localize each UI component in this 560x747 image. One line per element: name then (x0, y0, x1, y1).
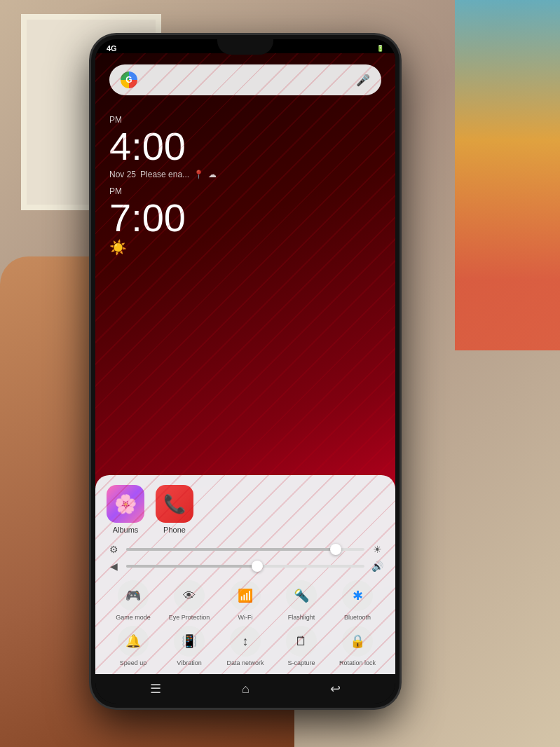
quick-panel: 🌸 Albums 📞 Phone ⚙ (95, 475, 395, 674)
sun-icon: ☀️ (109, 240, 127, 255)
notch (217, 39, 273, 55)
clock-pm-1: PM (109, 115, 381, 125)
flashlight-label: Flashlight (288, 614, 315, 622)
battery-text: 🔋 (376, 45, 384, 52)
flashlight-icon[interactable]: 🔦 (286, 580, 317, 611)
rotation-lock-label: Rotation lock (339, 659, 376, 667)
toggle-eye-protection[interactable]: 👁 Eye Protection (163, 580, 216, 622)
sliders-area: ⚙ ☀ ◀ 🔊 (107, 544, 384, 572)
brightness-track[interactable] (126, 548, 364, 551)
game-mode-icon[interactable]: 🎮 (118, 580, 149, 611)
data-network-label: Data network (226, 659, 264, 667)
nav-back-icon[interactable]: ↩ (330, 681, 341, 697)
clock-date: Nov 25 (109, 170, 136, 179)
brightness-thumb[interactable] (330, 544, 341, 555)
location-icon: 📍 (193, 170, 204, 179)
volume-low-icon: ◀ (107, 561, 121, 572)
toggles-grid: 🎮 Game mode 👁 Eye Protection 📶 Wi-Fi 🔦 F… (107, 580, 384, 667)
rotation-lock-icon[interactable]: 🔒 (342, 626, 373, 657)
eye-protection-icon[interactable]: 👁 (174, 580, 205, 611)
volume-track[interactable] (126, 565, 364, 568)
search-bar[interactable]: G 🎤 (109, 64, 381, 95)
eye-protection-label: Eye Protection (169, 614, 210, 622)
volume-slider-row: ◀ 🔊 (107, 561, 384, 572)
toggle-flashlight[interactable]: 🔦 Flashlight (275, 580, 328, 622)
wallpaper: G 🎤 PM 4:00 Nov 25 Please ena... 📍 ☁ PM … (95, 53, 395, 674)
mic-icon[interactable]: 🎤 (356, 74, 370, 87)
settings-icon: ⚙ (107, 544, 121, 555)
brightness-slider-row: ⚙ ☀ (107, 544, 384, 555)
volume-thumb[interactable] (252, 561, 263, 572)
weather-icon: ☁ (208, 170, 217, 179)
toggle-bluetooth[interactable]: ✱ Bluetooth (331, 580, 384, 622)
app-item-phone[interactable]: 📞 Phone (156, 485, 193, 534)
clock-display: PM 4:00 Nov 25 Please ena... 📍 ☁ PM 7:00… (95, 101, 395, 263)
s-capture-label: S-capture (287, 659, 315, 667)
app-label-albums: Albums (113, 526, 139, 534)
nav-bar: ☰ ⌂ ↩ (95, 674, 395, 704)
brightness-fill (126, 548, 336, 551)
speed-up-icon[interactable]: 🔔 (118, 626, 149, 657)
nav-menu-icon[interactable]: ☰ (150, 681, 161, 697)
toggle-vibration[interactable]: 📳 Vibration (163, 626, 216, 667)
app-icon-phone[interactable]: 📞 (156, 485, 193, 523)
clock-second: PM 7:00 ☀️ (109, 186, 381, 256)
data-network-icon[interactable]: ↕ (230, 626, 261, 657)
clock-location: Please ena... (140, 170, 189, 179)
clock-time-1: 4:00 (109, 125, 381, 168)
google-logo: G (121, 71, 137, 88)
phone-screen: 4G 4:00 🔋 G 🎤 PM 4:00 Nov 25 Please ena.… (95, 39, 395, 704)
s-capture-icon[interactable]: 🗒 (286, 626, 317, 657)
app-icons-row: 🌸 Albums 📞 Phone (107, 485, 384, 534)
background-colorful (455, 0, 560, 350)
vibration-label: Vibration (177, 659, 201, 667)
toggle-data-network[interactable]: ↕ Data network (219, 626, 272, 667)
clock-date-row: Nov 25 Please ena... 📍 ☁ (109, 170, 381, 179)
app-label-phone: Phone (163, 526, 186, 534)
nav-home-icon[interactable]: ⌂ (242, 682, 250, 697)
bluetooth-icon[interactable]: ✱ (342, 580, 373, 611)
volume-fill (126, 565, 257, 568)
wifi-label: Wi-Fi (238, 614, 253, 622)
signal-indicator: 4G (107, 44, 117, 53)
toggle-speed-up[interactable]: 🔔 Speed up (107, 626, 160, 667)
app-item-albums[interactable]: 🌸 Albums (107, 485, 144, 534)
status-right-icons: 🔋 (376, 45, 384, 52)
speed-up-label: Speed up (120, 659, 147, 667)
clock-pm-2: PM (109, 186, 381, 196)
app-icon-albums[interactable]: 🌸 (107, 485, 144, 523)
phone-device: 4G 4:00 🔋 G 🎤 PM 4:00 Nov 25 Please ena.… (91, 35, 399, 708)
volume-high-icon: 🔊 (370, 561, 384, 572)
brightness-icon: ☀ (370, 544, 384, 555)
bluetooth-label: Bluetooth (344, 614, 371, 622)
wifi-icon[interactable]: 📶 (230, 580, 261, 611)
clock-time-2: 7:00 (109, 196, 381, 240)
toggle-game-mode[interactable]: 🎮 Game mode (107, 580, 160, 622)
game-mode-label: Game mode (116, 614, 151, 622)
toggle-rotation-lock[interactable]: 🔒 Rotation lock (331, 626, 384, 667)
toggle-s-capture[interactable]: 🗒 S-capture (275, 626, 328, 667)
toggle-wifi[interactable]: 📶 Wi-Fi (219, 580, 272, 622)
vibration-icon[interactable]: 📳 (174, 626, 205, 657)
